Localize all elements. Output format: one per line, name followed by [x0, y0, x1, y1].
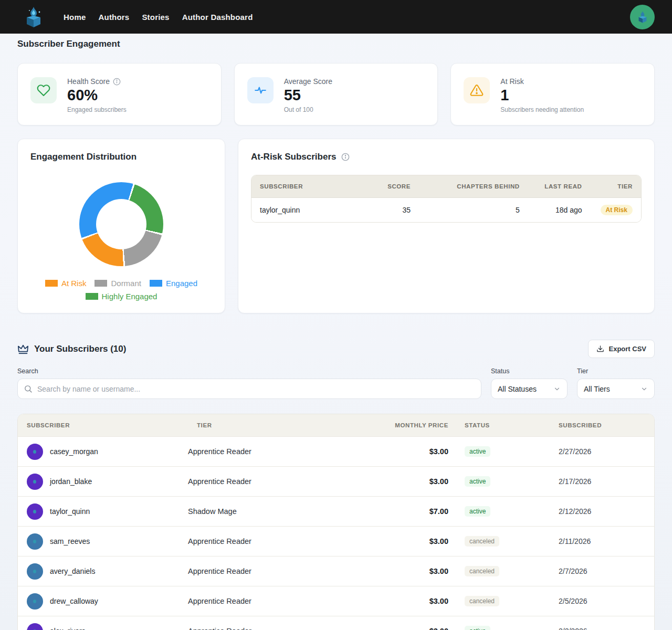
subscriber-tier: Apprentice Reader	[188, 597, 379, 605]
stat-title: At Risk	[500, 77, 584, 86]
table-row[interactable]: drew_calloway Apprentice Reader $3.00 ca…	[18, 586, 654, 616]
chevron-down-icon	[553, 385, 561, 393]
stat-value: 55	[284, 87, 332, 104]
export-csv-button[interactable]: Export CSV	[588, 340, 655, 358]
subscriber-tier: Apprentice Reader	[188, 627, 379, 630]
avatar	[27, 503, 43, 520]
subscriber-username: drew_calloway	[50, 597, 98, 605]
monthly-price: $3.00	[379, 597, 448, 605]
subscribed-date: 2/7/2026	[559, 567, 654, 575]
engagement-distribution-title: Engagement Distribution	[30, 152, 212, 162]
table-row[interactable]: taylor_quinn Shadow Mage $7.00 active 2/…	[18, 496, 654, 526]
subscribed-date: 2/11/2026	[559, 537, 654, 545]
table-row[interactable]: avery_daniels Apprentice Reader $3.00 ca…	[18, 556, 654, 586]
page-title: Subscriber Engagement	[17, 39, 655, 49]
nav-link-stories[interactable]: Stories	[142, 13, 169, 22]
stat-subtitle: Out of 100	[284, 106, 332, 113]
subscriber-username: avery_daniels	[50, 567, 95, 575]
table-row[interactable]: jordan_blake Apprentice Reader $3.00 act…	[18, 466, 654, 496]
table-row[interactable]: casey_morgan Apprentice Reader $3.00 act…	[18, 436, 654, 466]
monthly-price: $3.00	[379, 447, 448, 456]
at-risk-tier-badge: At Risk	[601, 205, 633, 215]
status-badge: canceled	[465, 596, 499, 606]
monthly-price: $3.00	[379, 477, 448, 486]
activity-icon	[247, 77, 274, 103]
subscribed-date: 2/27/2026	[559, 447, 654, 456]
subscriber-tier: Apprentice Reader	[188, 447, 379, 456]
search-label: Search	[17, 368, 481, 375]
status-select[interactable]: All Statuses	[491, 379, 568, 399]
legend-swatch	[94, 280, 107, 287]
nav-link-home[interactable]: Home	[64, 13, 86, 22]
subscriber-username: alex_rivers	[50, 627, 86, 630]
user-avatar[interactable]	[630, 5, 655, 29]
app-logo-icon[interactable]	[25, 5, 44, 28]
stat-cards-row: Health Score 60% Engaged subscribers Ave…	[17, 63, 655, 125]
at-risk-last-read: 18d ago	[528, 199, 591, 221]
subscribers-table: SUBSCRIBER TIER MONTHLY PRICE STATUS SUB…	[17, 414, 655, 630]
subscriber-username: casey_morgan	[50, 447, 98, 456]
chevron-down-icon	[640, 385, 648, 393]
average-score-card: Average Score 55 Out of 100	[234, 63, 438, 125]
status-badge: canceled	[465, 566, 499, 576]
nav-links: Home Authors Stories Author Dashboard	[64, 13, 253, 22]
at-risk-score: 35	[353, 199, 419, 221]
status-badge: active	[465, 476, 490, 487]
subscribed-date: 2/5/2026	[559, 597, 654, 605]
stat-title: Average Score	[284, 77, 332, 86]
engagement-donut-chart[interactable]	[79, 182, 163, 266]
at-risk-table-header: SUBSCRIBER SCORE CHAPTERS BEHIND LAST RE…	[251, 175, 641, 198]
subscribed-date: 2/12/2026	[559, 507, 654, 516]
legend-item-at-risk[interactable]: At Risk	[45, 279, 87, 288]
subscriber-tier: Shadow Mage	[188, 507, 379, 516]
tier-select[interactable]: All Tiers	[577, 379, 655, 399]
subscriber-tier: Apprentice Reader	[188, 567, 379, 575]
subscribers-section-title: Your Subscribers (10)	[34, 344, 126, 354]
status-label: Status	[491, 368, 568, 375]
avatar	[27, 474, 43, 490]
subscribed-date: 2/2/2026	[559, 627, 654, 630]
tier-label: Tier	[577, 368, 655, 375]
top-navbar: Home Authors Stories Author Dashboard	[0, 0, 672, 34]
at-risk-subscribers-panel: At-Risk Subscribers SUBSCRIBER SCORE CHA…	[238, 139, 655, 313]
subscriber-username: taylor_quinn	[50, 507, 90, 516]
table-row[interactable]: sam_reeves Apprentice Reader $3.00 cance…	[18, 526, 654, 556]
subscriber-username: sam_reeves	[50, 537, 90, 545]
legend-item-dormant[interactable]: Dormant	[94, 279, 141, 288]
monthly-price: $3.00	[379, 627, 448, 630]
stat-value: 60%	[67, 87, 127, 104]
at-risk-subscriber-name: taylor_quinn	[251, 199, 353, 221]
table-row[interactable]: alex_rivers Apprentice Reader $3.00 acti…	[18, 616, 654, 630]
info-icon[interactable]	[341, 153, 350, 161]
search-icon	[24, 384, 33, 393]
health-score-card: Health Score 60% Engaged subscribers	[17, 63, 222, 125]
engagement-distribution-panel: Engagement Distribution At Risk Dormant …	[17, 139, 225, 313]
legend-swatch	[45, 280, 58, 287]
stat-title: Health Score	[67, 77, 127, 86]
subscriber-tier: Apprentice Reader	[188, 537, 379, 545]
subscribers-table-header: SUBSCRIBER TIER MONTHLY PRICE STATUS SUB…	[18, 414, 654, 436]
nav-link-authors[interactable]: Authors	[98, 13, 129, 22]
search-input[interactable]	[17, 379, 481, 399]
at-risk-table-row[interactable]: taylor_quinn 35 5 18d ago At Risk	[251, 198, 641, 222]
avatar	[27, 623, 43, 630]
avatar	[27, 533, 43, 550]
info-icon[interactable]	[113, 78, 121, 86]
monthly-price: $7.00	[379, 507, 448, 516]
download-icon	[596, 345, 604, 353]
nav-link-author-dashboard[interactable]: Author Dashboard	[182, 13, 253, 22]
at-risk-table: SUBSCRIBER SCORE CHAPTERS BEHIND LAST RE…	[251, 175, 642, 223]
legend-swatch	[86, 293, 98, 300]
chart-legend: At Risk Dormant Engaged Highly Engaged	[43, 279, 200, 301]
subscriber-tier: Apprentice Reader	[188, 477, 379, 486]
crown-icon	[17, 344, 29, 354]
avatar	[27, 593, 43, 610]
heart-icon	[30, 77, 57, 103]
legend-item-engaged[interactable]: Engaged	[150, 279, 197, 288]
legend-item-highly-engaged[interactable]: Highly Engaged	[86, 292, 158, 301]
monthly-price: $3.00	[379, 537, 448, 545]
stat-subtitle: Engaged subscribers	[67, 106, 127, 113]
monthly-price: $3.00	[379, 567, 448, 575]
status-badge: active	[465, 626, 490, 630]
legend-swatch	[150, 280, 162, 287]
